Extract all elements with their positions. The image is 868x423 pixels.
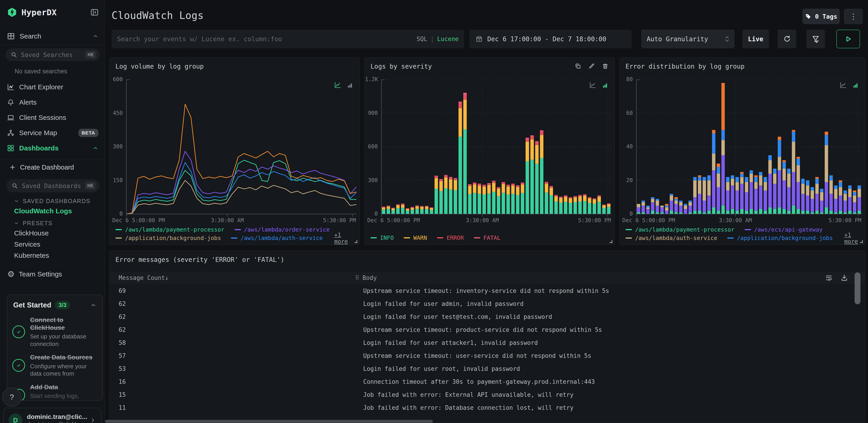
refresh-button[interactable]: [778, 30, 796, 48]
column-header-body[interactable]: ⠿Body: [355, 274, 377, 281]
legend-swatch: [116, 237, 122, 238]
edit-icon[interactable]: [588, 63, 595, 69]
sidebar-item-services[interactable]: Services: [0, 239, 105, 250]
group-presets[interactable]: PRESETS: [0, 218, 105, 229]
get-started-step[interactable]: Create Data Sources Configure where your…: [7, 354, 102, 377]
table-vertical-scrollbar[interactable]: [855, 272, 861, 304]
body-cell: Job failed with error: Database connecti…: [354, 404, 574, 411]
legend-item[interactable]: /aws/ecs/api-gateway: [745, 226, 823, 233]
chart-plot[interactable]: [636, 80, 866, 218]
legend-more-link[interactable]: +1 more: [844, 231, 861, 245]
legend-item[interactable]: /aws/lambda/payment-processor: [116, 226, 224, 233]
legend-item[interactable]: INFO: [370, 234, 394, 241]
search-icon: [11, 182, 18, 189]
message-count-cell: 11: [110, 404, 354, 411]
help-button[interactable]: ?: [2, 388, 22, 406]
table-row[interactable]: 69Upstream service timeout: inventory-se…: [110, 284, 865, 297]
saved-searches-placeholder: Saved Searches: [21, 51, 73, 58]
y-tick-label: 40: [620, 143, 633, 150]
get-started-progress-badge: 3/3: [55, 301, 70, 309]
legend-item[interactable]: /aws/lambda/payment-processor: [625, 226, 735, 233]
lucene-toggle[interactable]: Lucene: [437, 35, 459, 43]
get-started-step[interactable]: Add Data Start sending logs, metrics, or…: [7, 383, 102, 401]
granularity-select[interactable]: Auto Granularity: [641, 30, 735, 48]
create-dashboard-button[interactable]: Create Dashboard: [0, 161, 105, 173]
sidebar-item-clickhouse[interactable]: ClickHouse: [0, 228, 105, 238]
more-options-button[interactable]: ⋮: [844, 9, 863, 24]
tags-label: 0 Tags: [815, 13, 837, 20]
user-name: dominic.tran@clic...: [27, 413, 87, 421]
y-tick-label: 150: [110, 177, 123, 184]
time-range-picker[interactable]: Dec 6 17:00:00 - Dec 7 18:00:00: [469, 30, 632, 48]
chart-plot[interactable]: [126, 80, 360, 218]
saved-searches-input[interactable]: Saved Searches ⌘K: [5, 48, 100, 61]
x-tick-label: 5:30:00 PM: [323, 217, 356, 224]
tags-button[interactable]: 0 Tags: [802, 9, 840, 24]
table-row[interactable]: 53Login failed for user root, invalid pa…: [110, 362, 865, 375]
resize-handle[interactable]: [860, 240, 863, 243]
legend-item[interactable]: WARN: [404, 234, 427, 241]
event-search-input[interactable]: SQL | Lucene: [112, 30, 464, 48]
chevron-up-icon[interactable]: [90, 302, 97, 308]
delete-icon[interactable]: [602, 63, 609, 69]
resize-handle[interactable]: [610, 240, 612, 243]
sidebar-item-dashboards[interactable]: Dashboards: [0, 140, 105, 156]
sidebar-item-cloudwatch-logs[interactable]: CloudWatch Logs: [0, 205, 105, 217]
table-row[interactable]: 57Upstream service timeout: user-service…: [110, 349, 865, 362]
legend-label: INFO: [380, 234, 394, 241]
sidebar-item-search[interactable]: Search: [0, 30, 105, 43]
granularity-value: Auto Granularity: [647, 35, 708, 43]
live-button[interactable]: Live: [742, 30, 769, 48]
sidebar-item-chart-explorer[interactable]: Chart Explorer: [0, 79, 105, 94]
check-circle-icon: [12, 326, 25, 338]
collapse-sidebar-icon[interactable]: [90, 8, 99, 17]
legend-item[interactable]: ERROR: [437, 234, 464, 241]
legend-item[interactable]: /aws/lambda/auth-service: [231, 235, 323, 242]
sql-toggle[interactable]: SQL: [416, 35, 427, 43]
duplicate-icon[interactable]: [575, 63, 581, 69]
search-input[interactable]: [117, 35, 416, 43]
get-started-header[interactable]: Get Started 3/3: [7, 295, 102, 310]
body-cell: Upstream service timeout: user-service d…: [354, 352, 591, 359]
sidebar-item-kubernetes[interactable]: Kubernetes: [0, 250, 105, 261]
group-saved-dashboards[interactable]: SAVED DASHBOARDS: [0, 196, 105, 206]
horizontal-scrollbar-thumb[interactable]: [105, 420, 433, 423]
text-wrap-icon[interactable]: [825, 274, 833, 281]
run-query-button[interactable]: [836, 30, 860, 48]
table-row[interactable]: 15Job failed with error: External API un…: [110, 388, 865, 401]
legend-item[interactable]: /aws/lambda/auth-service: [625, 235, 717, 242]
table-row[interactable]: 62Upstream service timeout: product-serv…: [110, 323, 865, 336]
legend-label: /aws/lambda/auth-service: [635, 235, 717, 242]
chevron-up-icon[interactable]: [92, 145, 98, 151]
column-header-message-count[interactable]: Message Count↓: [119, 274, 168, 281]
sidebar-item-team-settings[interactable]: ⚙ Team Settings: [0, 268, 105, 280]
resize-handle[interactable]: [354, 240, 357, 243]
x-tick-label: 3:30:00 AM: [466, 217, 499, 224]
table-row[interactable]: 58Login failed for user attacker1, inval…: [110, 336, 865, 349]
sidebar-item-client-sessions[interactable]: Client Sessions: [0, 110, 105, 125]
legend-item[interactable]: /application/background-jobs: [116, 235, 221, 242]
download-icon[interactable]: [840, 274, 848, 281]
filter-button[interactable]: [806, 30, 825, 48]
chart-plot[interactable]: [381, 80, 615, 218]
legend-item[interactable]: FATAL: [474, 234, 500, 241]
table-row[interactable]: 16Connection timeout after 30s to paymen…: [110, 375, 865, 388]
message-count-cell: 62: [110, 327, 354, 333]
saved-dashboards-input[interactable]: Saved Dashboards ⌘K: [6, 179, 99, 192]
sidebar-item-service-map[interactable]: Service Map BETA: [0, 125, 105, 140]
y-tick-label: 300: [110, 143, 123, 150]
table-row[interactable]: 62Login failed for user test@test.com, i…: [110, 310, 865, 323]
get-started-step[interactable]: Connect to ClickHouse Set up your databa…: [7, 316, 102, 347]
legend-more-link[interactable]: +1 more: [334, 231, 355, 245]
chevron-up-icon[interactable]: [92, 33, 98, 39]
y-tick-label: 600: [365, 143, 378, 150]
sidebar-item-alerts[interactable]: Alerts: [0, 94, 105, 110]
y-tick-label: 600: [110, 76, 123, 83]
legend-item[interactable]: /application/background-jobs: [727, 235, 833, 242]
table-body: 69Upstream service timeout: inventory-se…: [110, 284, 865, 414]
table-row[interactable]: 62Login failed for user admin, invalid p…: [110, 297, 865, 310]
user-menu[interactable]: D dominic.tran@clic... dominic.tran@clic…: [3, 408, 101, 423]
body-cell: Upstream service timeout: product-servic…: [354, 327, 602, 333]
legend-item[interactable]: /aws/lambda/order-service: [235, 226, 330, 233]
table-row[interactable]: 11Job failed with error: Database connec…: [110, 401, 865, 414]
